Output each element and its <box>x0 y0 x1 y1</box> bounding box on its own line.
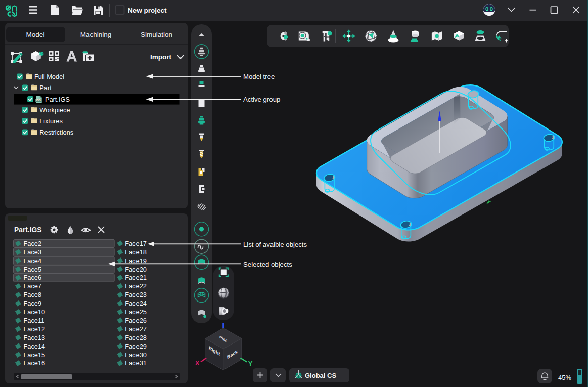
svg-text:X: X <box>195 359 200 367</box>
